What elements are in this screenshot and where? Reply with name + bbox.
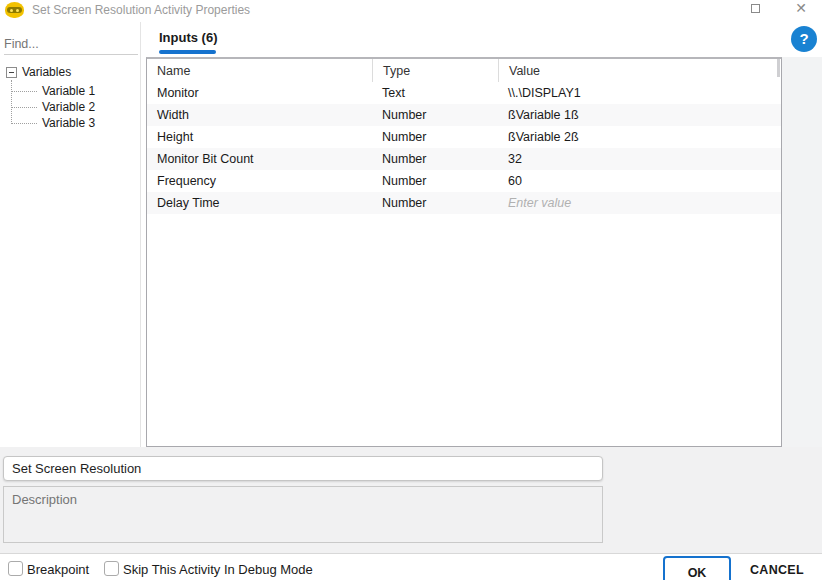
- tab-inputs[interactable]: Inputs (6): [159, 30, 218, 45]
- skip-debug-checkbox[interactable]: [104, 561, 119, 576]
- background-panel-right: [782, 57, 822, 448]
- column-header-type: Type: [372, 59, 498, 82]
- title-bar: Set Screen Resolution Activity Propertie…: [0, 0, 822, 22]
- table-row: Frequency Number 60: [147, 170, 781, 192]
- table-scrollbar-thumb[interactable]: [777, 59, 780, 77]
- table-header-row: Name Type Value: [147, 59, 781, 82]
- row-type: Number: [372, 174, 498, 188]
- maximize-icon[interactable]: [748, 2, 762, 15]
- table-row: Monitor Text \\.\DISPLAY1: [147, 82, 781, 104]
- row-value-input[interactable]: ßVariable 1ß: [498, 108, 781, 122]
- row-name: Monitor: [147, 86, 372, 100]
- ok-button[interactable]: OK: [663, 556, 731, 580]
- activity-name-input[interactable]: [3, 456, 603, 481]
- table-row: Width Number ßVariable 1ß: [147, 104, 781, 126]
- table-row: Monitor Bit Count Number 32: [147, 148, 781, 170]
- tab-active-indicator: [159, 50, 216, 54]
- window-title: Set Screen Resolution Activity Propertie…: [32, 3, 250, 17]
- row-type: Number: [372, 196, 498, 210]
- tree-root-label: Variables: [22, 65, 71, 79]
- tree-connector-line: [11, 80, 12, 122]
- row-value-input[interactable]: 32: [498, 152, 781, 166]
- skip-debug-label: Skip This Activity In Debug Mode: [123, 562, 313, 577]
- row-value-input[interactable]: \\.\DISPLAY1: [498, 86, 781, 100]
- table-row: Delay Time Number Enter value: [147, 192, 781, 214]
- tree-node-variable-3[interactable]: Variable 3: [42, 116, 138, 130]
- row-type: Text: [372, 86, 498, 100]
- column-header-name: Name: [147, 59, 372, 82]
- row-name: Frequency: [147, 174, 372, 188]
- breakpoint-checkbox[interactable]: [8, 561, 23, 576]
- row-name: Monitor Bit Count: [147, 152, 372, 166]
- find-input[interactable]: [4, 34, 138, 55]
- column-header-value: Value: [498, 59, 781, 82]
- row-value-input[interactable]: ßVariable 2ß: [498, 130, 781, 144]
- row-name: Height: [147, 130, 372, 144]
- table-row: Height Number ßVariable 2ß: [147, 126, 781, 148]
- help-icon[interactable]: ?: [791, 26, 817, 52]
- tree-node-variable-2[interactable]: Variable 2: [42, 100, 138, 114]
- app-robot-icon: [5, 2, 24, 18]
- tree-node-variables[interactable]: Variables: [6, 65, 71, 79]
- breakpoint-label: Breakpoint: [27, 562, 89, 577]
- row-value-input[interactable]: 60: [498, 174, 781, 188]
- row-type: Number: [372, 152, 498, 166]
- inputs-table: Name Type Value Monitor Text \\.\DISPLAY…: [146, 57, 782, 447]
- row-type: Number: [372, 108, 498, 122]
- description-textarea[interactable]: [3, 486, 603, 543]
- row-name: Width: [147, 108, 372, 122]
- row-type: Number: [372, 130, 498, 144]
- close-icon[interactable]: ✕: [793, 0, 809, 16]
- tree-node-variable-1[interactable]: Variable 1: [42, 84, 138, 98]
- sidebar: Variables Variable 1 Variable 2 Variable…: [0, 22, 141, 447]
- cancel-button[interactable]: CANCEL: [750, 563, 804, 577]
- row-name: Delay Time: [147, 196, 372, 210]
- row-value-input[interactable]: Enter value: [498, 196, 781, 210]
- collapse-icon[interactable]: [6, 67, 17, 78]
